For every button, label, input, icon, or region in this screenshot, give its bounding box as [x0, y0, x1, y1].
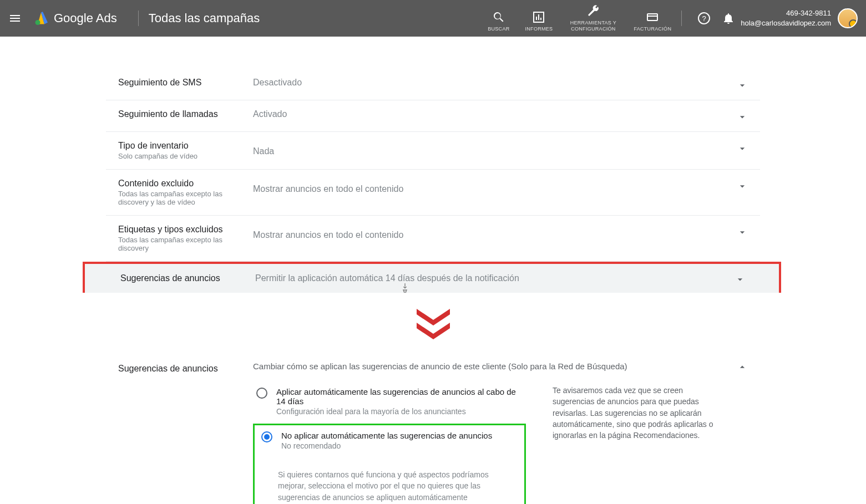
svg-rect-1: [536, 17, 537, 20]
setting-label: Etiquetas y tipos excluidos: [118, 225, 253, 235]
svg-rect-3: [540, 18, 541, 20]
setting-row-call-tracking[interactable]: Seguimiento de llamadas Activado: [106, 100, 760, 132]
help-icon[interactable]: ?: [697, 12, 711, 25]
ad-suggestions-expanded: Sugerencias de anuncios Cambiar cómo se …: [106, 362, 760, 504]
option-subtitle: Configuración ideal para la mayoría de l…: [276, 407, 527, 416]
expanded-description: Cambiar cómo se aplican las sugerencias …: [253, 362, 630, 371]
setting-row-ad-suggestions[interactable]: Sugerencias de anuncios Permitir la apli…: [83, 262, 781, 293]
search-icon: [492, 11, 505, 24]
side-note: Te avisaremos cada vez que se creen suge…: [553, 385, 719, 504]
setting-row-inventory-type[interactable]: Tipo de inventario Solo campañas de víde…: [106, 132, 760, 170]
setting-label: Seguimiento de llamadas: [118, 109, 253, 119]
option-no-auto-apply-highlight: No aplicar automáticamente las sugerenci…: [253, 424, 526, 504]
setting-value: Permitir la aplicación automática 14 día…: [255, 273, 729, 283]
chevron-down-icon: [737, 111, 748, 123]
setting-row-sms-tracking[interactable]: Seguimiento de SMS Desactivado: [106, 69, 760, 100]
billing-tool-label: FACTURACIÓN: [634, 26, 671, 32]
setting-value: Mostrar anuncios en todo el contenido: [253, 179, 731, 194]
reports-tool[interactable]: INFORMES: [525, 11, 553, 32]
setting-row-excluded-labels-types[interactable]: Etiquetas y tipos excluidos Todas las ca…: [106, 216, 760, 262]
radio-checked-icon[interactable]: [261, 431, 272, 442]
reports-tool-label: INFORMES: [525, 26, 553, 32]
option-auto-apply[interactable]: Aplicar automáticamente las sugerencias …: [253, 385, 530, 421]
option-note: Si quieres contarnos qué funciona y qué …: [278, 469, 519, 503]
svg-point-0: [36, 20, 40, 25]
setting-value: Desactivado: [253, 78, 731, 88]
menu-button[interactable]: [8, 12, 22, 25]
setting-label: Contenido excluido: [118, 179, 253, 189]
expanded-label: Sugerencias de anuncios: [118, 362, 253, 504]
cursor-icon: [401, 283, 409, 293]
chevron-down-icon: [737, 143, 748, 154]
sub-header-space: [0, 37, 866, 69]
settings-panel: Seguimiento de SMS Desactivado Seguimien…: [106, 69, 760, 504]
brand-name: Google Ads: [54, 11, 117, 26]
svg-rect-5: [647, 16, 657, 17]
divider: [138, 11, 139, 26]
radio-unchecked-icon[interactable]: [256, 388, 267, 399]
page-title[interactable]: Todas las campañas: [149, 11, 260, 26]
tools-config-label: HERRAMIENTAS Y CONFIGURACIÓN: [568, 20, 618, 32]
chevron-down-icon: [737, 181, 748, 192]
setting-label: Seguimiento de SMS: [118, 78, 253, 88]
google-ads-logo-icon: [33, 10, 49, 27]
bar-chart-icon: [532, 11, 545, 24]
setting-sublabel: Todas las campañas excepto las discovery: [118, 236, 253, 252]
search-tool[interactable]: BUSCAR: [488, 11, 509, 32]
divider: [681, 11, 682, 26]
setting-value: Nada: [253, 141, 731, 156]
option-title: Aplicar automáticamente las sugerencias …: [276, 387, 527, 406]
card-icon: [646, 11, 659, 24]
chevron-down-icon: [735, 274, 746, 285]
arrow-indicator: [106, 306, 760, 339]
avatar[interactable]: [838, 8, 858, 28]
chevron-down-icon: [737, 227, 748, 238]
chevron-down-icon: [737, 80, 748, 91]
setting-sublabel: Todas las campañas excepto las discovery…: [118, 190, 253, 206]
account-email: hola@carlosdavidlopez.com: [741, 18, 831, 28]
account-phone: 469-342-9811: [741, 8, 831, 18]
setting-label: Tipo de inventario: [118, 141, 253, 151]
option-subtitle: No recomendado: [281, 441, 492, 450]
notifications-icon[interactable]: [722, 12, 735, 25]
setting-label: Sugerencias de anuncios: [120, 273, 255, 283]
setting-value: Mostrar anuncios en todo el contenido: [253, 225, 731, 240]
header-tools: BUSCAR INFORMES HERRAMIENTAS Y CONFIGURA…: [488, 4, 671, 32]
setting-value: Activado: [253, 109, 731, 119]
wrench-icon: [586, 4, 600, 18]
svg-rect-4: [647, 14, 657, 21]
svg-text:?: ?: [702, 14, 706, 23]
option-no-auto-apply[interactable]: No aplicar automáticamente las sugerenci…: [258, 429, 519, 452]
app-header: Google Ads Todas las campañas BUSCAR INF…: [0, 0, 866, 37]
account-info[interactable]: 469-342-9811 hola@carlosdavidlopez.com: [741, 8, 831, 28]
option-title: No aplicar automáticamente las sugerenci…: [281, 431, 492, 440]
setting-row-excluded-content[interactable]: Contenido excluido Todas las campañas ex…: [106, 170, 760, 216]
setting-sublabel: Solo campañas de vídeo: [118, 152, 253, 160]
options-group: Aplicar automáticamente las sugerencias …: [253, 385, 530, 504]
billing-tool[interactable]: FACTURACIÓN: [634, 11, 671, 32]
svg-rect-2: [538, 14, 539, 20]
chevron-up-icon[interactable]: [737, 362, 748, 373]
tools-config-tool[interactable]: HERRAMIENTAS Y CONFIGURACIÓN: [568, 4, 618, 32]
search-tool-label: BUSCAR: [488, 26, 509, 32]
